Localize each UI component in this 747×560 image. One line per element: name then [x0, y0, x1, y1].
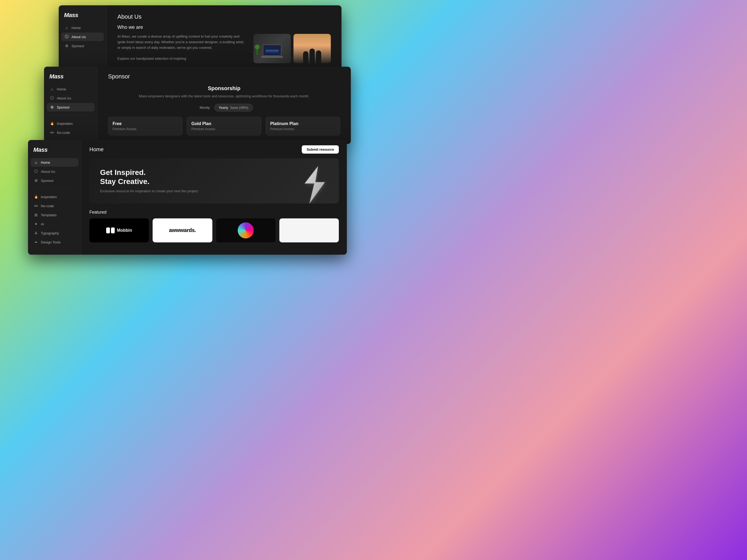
laptop-base	[261, 56, 283, 58]
logo-window3: Mass	[28, 145, 81, 158]
inspiration-icon-w2	[50, 121, 54, 126]
plan-sub-free: Premium Access	[112, 127, 178, 131]
sponsor-icon	[65, 44, 69, 48]
svg-rect-1	[111, 228, 115, 233]
about-image-laptop	[253, 34, 291, 63]
about-icon-w2	[50, 96, 54, 100]
page-title-sponsor: Sponsor	[108, 73, 340, 80]
hero-line2: Stay Creative.	[100, 177, 149, 186]
plan-sub-platinum: Premium Access	[270, 127, 336, 131]
sidebar-item-home-w2[interactable]: Home	[47, 85, 95, 93]
billing-yearly-save[interactable]: Yearly Save (45%)	[214, 104, 253, 111]
nav-window1: Home About Us Sponsor	[59, 24, 106, 50]
templates-icon-w3	[34, 213, 38, 217]
sidebar-item-ai-w3[interactable]: Ai	[31, 220, 78, 228]
sidebar-label-about-w1: About Us	[72, 35, 86, 39]
about-icon	[65, 35, 69, 39]
plan-card-free[interactable]: Free Premium Access	[108, 117, 182, 135]
plant-stem	[256, 49, 258, 55]
mobbin-icon-svg	[106, 228, 115, 233]
sidebar-label-designtools-w3: Design Tools	[41, 240, 60, 244]
sidebar-item-sponsor-w3[interactable]: Sponsor	[31, 176, 78, 185]
sidebar-label-templates-w3: Templates	[41, 213, 56, 217]
main-content-w1: About Us Who we are At Mass, we curate a…	[107, 5, 341, 75]
sidebar-item-typography-w3[interactable]: Typography	[31, 229, 78, 237]
person-1	[303, 51, 308, 63]
sidebar-label-sponsor-w3: Sponsor	[41, 179, 54, 183]
home-icon	[65, 26, 69, 30]
featured-section-title: Featured	[89, 210, 339, 215]
sponsorship-title: Sponsorship	[108, 85, 340, 91]
inspiration-icon-w3	[34, 195, 38, 199]
about-icon-w3	[34, 169, 38, 174]
sidebar-item-sponsor-w2[interactable]: Sponsor	[47, 103, 95, 111]
person-3	[316, 50, 321, 63]
sidebar-label-home-w2: Home	[57, 87, 66, 91]
plan-name-gold: Gold Plan	[191, 121, 257, 126]
laptop-mock	[261, 45, 283, 59]
sidebar-label-nocode-w3: No-code	[41, 204, 54, 208]
sidebar-item-home-w1[interactable]: Home	[61, 24, 104, 32]
sponsor-icon-w3	[34, 179, 38, 183]
hero-text: Get Inspired. Stay Creative. Exclusive r…	[100, 168, 328, 194]
color-sphere	[238, 222, 254, 238]
sidebar-item-about-w3[interactable]: About Us	[31, 167, 78, 176]
people-silhouette	[303, 49, 321, 63]
featured-card-mobbin[interactable]: Mobbin	[89, 218, 149, 242]
featured-card-blank[interactable]	[279, 218, 339, 242]
sidebar-label-sponsor-w1: Sponsor	[72, 44, 84, 48]
typography-icon-w3	[34, 231, 38, 235]
sidebar-item-nocode-w3[interactable]: No-code	[31, 202, 78, 210]
sidebar-window3: Mass Home About Us Sponsor Inspiratio	[28, 140, 81, 255]
home-main-content: Home Submit resource Get Inspired. Stay …	[81, 140, 347, 255]
sidebar-label-about-w2: About Us	[57, 96, 71, 100]
plan-card-platinum[interactable]: Platinum Plan Premium Access	[266, 117, 340, 135]
home-header: Home Submit resource	[89, 145, 339, 154]
sidebar-item-about-w2[interactable]: About Us	[47, 94, 95, 102]
sidebar-label-sponsor-w2: Sponsor	[57, 105, 70, 109]
sidebar-item-nocode-w2[interactable]: No-code	[47, 128, 95, 137]
page-title-w1: About Us	[118, 14, 331, 20]
submit-resource-button[interactable]: Submit resource	[302, 145, 339, 154]
sponsor-icon-w2	[50, 105, 54, 109]
bolt-polygon	[305, 166, 325, 203]
sidebar-item-inspiration-w3[interactable]: Inspiration	[31, 192, 78, 201]
nocode-icon-w3	[34, 204, 38, 208]
plan-card-gold[interactable]: Gold Plan Premium Access	[187, 117, 261, 135]
sidebar-item-about-w1[interactable]: About Us	[61, 32, 104, 41]
about-content-row: At Mass, we curate a diverse array of up…	[118, 34, 331, 63]
sponsor-main-content: Sponsor Sponsorship Mass empowers design…	[97, 67, 351, 144]
about-para-1: At Mass, we curate a diverse array of up…	[118, 34, 248, 50]
sidebar-item-home-w3[interactable]: Home	[31, 158, 78, 167]
mobbin-logo: Mobbin	[106, 228, 132, 233]
about-images	[253, 34, 331, 63]
sidebar-label-home-w1: Home	[72, 26, 81, 30]
featured-card-awwwards[interactable]: awwwards.	[153, 218, 212, 242]
home-icon-w3	[34, 160, 38, 164]
about-text: At Mass, we curate a diverse array of up…	[118, 34, 248, 63]
sidebar-item-inspiration-w2[interactable]: Inspiration	[47, 119, 95, 128]
ai-icon-w3	[34, 222, 38, 226]
laptop-screen	[263, 45, 281, 56]
sidebar-window2: Mass Home About Us Sponsor Inspiratio	[44, 67, 97, 144]
window-about-us: Mass Home About Us Sponsor About Us Who …	[59, 5, 341, 75]
hero-subtext: Exclusive resource for inspiration to cr…	[100, 189, 328, 194]
plan-sub-gold: Premium Access	[191, 127, 257, 131]
billing-toggle: Montly Yearly Save (45%)	[108, 104, 340, 111]
designtools-icon-w3	[34, 240, 38, 244]
hero-headline: Get Inspired. Stay Creative.	[100, 168, 328, 186]
sidebar-item-designtools-w3[interactable]: Design Tools	[31, 238, 78, 246]
lightning-bolt-svg	[299, 165, 331, 203]
sidebar-label-inspiration-w2: Inspiration	[57, 122, 73, 126]
billing-monthly[interactable]: Montly	[195, 104, 214, 111]
sidebar-label-about-w3: About Us	[41, 169, 55, 174]
featured-card-sphere[interactable]	[216, 218, 276, 242]
nocode-icon-w2	[50, 130, 54, 135]
window-sponsor: Mass Home About Us Sponsor Inspiratio	[44, 67, 351, 144]
hero-line1: Get Inspired.	[100, 168, 146, 177]
sidebar-item-templates-w3[interactable]: Templates	[31, 211, 78, 219]
nav-window3: Home About Us Sponsor Inspiration N	[28, 158, 81, 246]
sidebar-item-sponsor-w1[interactable]: Sponsor	[61, 42, 104, 50]
sponsorship-description: Mass empowers designers with the latest …	[108, 94, 340, 99]
plan-name-platinum: Platinum Plan	[270, 121, 336, 126]
